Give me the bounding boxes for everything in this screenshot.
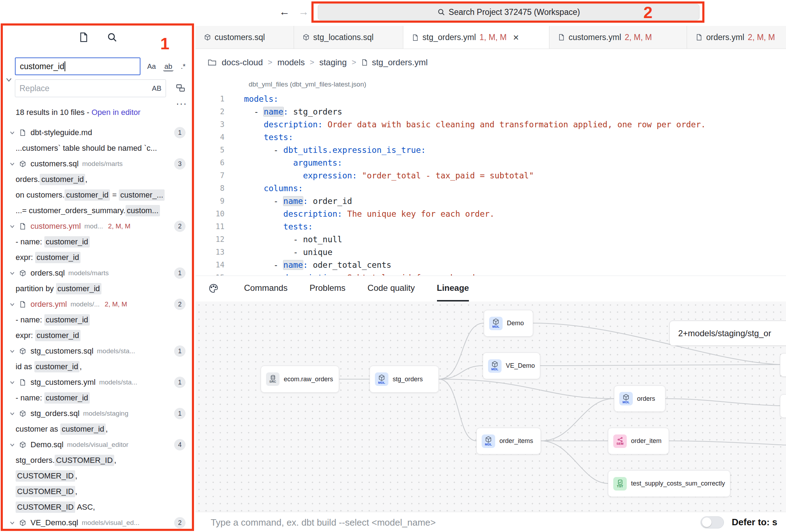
breadcrumb-item[interactable]: models	[277, 57, 305, 67]
tab-label: stg_locations.sql	[313, 33, 373, 42]
match-row[interactable]: ...customers` table should be named `c..…	[0, 140, 195, 156]
lineage-canvas[interactable]: 2+models/staging/stg_or SRCecom.raw_orde…	[195, 301, 786, 512]
node-label: test_supply_costs_sum_correctly	[631, 480, 725, 487]
chevron-down-icon[interactable]	[9, 442, 16, 448]
lineage-node-partial[interactable]	[780, 394, 786, 418]
chevron-down-icon[interactable]	[9, 379, 16, 386]
tab-customers.yml[interactable]: customers.yml2, M, M	[549, 26, 687, 49]
chevron-down-icon[interactable]	[9, 223, 16, 229]
match-row[interactable]: partition by customer_id	[0, 281, 195, 297]
command-input[interactable]: Type a command, ex. dbt build --select <…	[211, 517, 436, 528]
panel-tab-problems[interactable]: Problems	[310, 276, 345, 301]
back-arrow-icon[interactable]: ←	[279, 6, 290, 18]
replace-toggle-chevron-icon[interactable]	[5, 76, 13, 85]
code-line: 2 - name: stg_orders	[195, 105, 786, 118]
lineage-filter-input[interactable]: 2+models/staging/stg_or	[669, 321, 786, 346]
file-result-row[interactable]: customers.ymlmod...2, M, M2	[0, 218, 195, 234]
panel-tab-commands[interactable]: Commands	[244, 276, 288, 301]
match-row[interactable]: expr: customer_id	[0, 328, 195, 343]
lineage-node-Demo[interactable]: MDLDemo	[484, 310, 533, 337]
line-number: 11	[195, 220, 225, 233]
match-row[interactable]: - name: customer_id	[0, 234, 195, 250]
lineage-node-order_item[interactable]: SEMorder_item	[608, 428, 669, 454]
code-line: 3 description: Order data with basic cle…	[195, 118, 786, 131]
match-row[interactable]: orders.customer_id,	[0, 172, 195, 187]
match-row[interactable]: - name: customer_id	[0, 312, 195, 328]
match-row[interactable]: on customers.customer_id = customer_...	[0, 187, 195, 203]
file-result-row[interactable]: stg_orders.sqlmodels/staging1	[0, 406, 195, 421]
match-row[interactable]: id as customer_id,	[0, 359, 195, 375]
match-row[interactable]: CUSTOMER_ID,	[0, 468, 195, 484]
lineage-node-order_items[interactable]: MDLorder_items	[476, 428, 541, 454]
tab-stg_orders.yml[interactable]: stg_orders.yml1, M, M×	[403, 26, 549, 49]
lineage-node-VE_Demo[interactable]: MDLVE_Demo	[483, 353, 540, 379]
defer-toggle[interactable]	[701, 516, 724, 528]
replace-all-icon[interactable]	[176, 84, 185, 94]
file-result-row[interactable]: stg_customers.ymlmodels/sta...1	[0, 375, 195, 390]
match-case-toggle[interactable]: Aa	[146, 62, 157, 71]
search-input[interactable]: customer_id	[15, 57, 140, 75]
replace-input[interactable]: Replace AB	[15, 79, 166, 97]
file-result-row[interactable]: customers.sqlmodels/marts3	[0, 156, 195, 172]
file-result-row[interactable]: orders.sqlmodels/marts1	[0, 265, 195, 281]
chevron-down-icon[interactable]	[9, 161, 16, 167]
chevron-down-icon[interactable]	[9, 520, 16, 526]
file-result-row[interactable]: VE_Demo.sqlmodels/visual_ed...2	[0, 515, 195, 531]
open-in-editor-link[interactable]: Open in editor	[92, 108, 140, 117]
breadcrumb-item[interactable]: docs-cloud	[222, 57, 263, 67]
match-row[interactable]: stg_orders.CUSTOMER_ID,	[0, 453, 195, 468]
match-row[interactable]: CUSTOMER_ID ASC,	[0, 499, 195, 515]
match-count-badge: 2	[174, 221, 186, 232]
file-result-row[interactable]: orders.ymlmodels/...2, M, M2	[0, 297, 195, 312]
close-icon[interactable]: ×	[513, 33, 519, 43]
node-label: Demo	[507, 320, 524, 327]
forward-arrow-icon[interactable]: →	[298, 6, 309, 18]
replace-row: Replace AB	[15, 79, 195, 97]
file-result-row[interactable]: Demo.sqlmodels/visual_editor4	[0, 437, 195, 453]
palette-icon[interactable]	[208, 283, 219, 295]
more-actions-icon[interactable]: ···	[176, 98, 187, 109]
lineage-node-stg_orders[interactable]: MDLstg_orders	[370, 366, 439, 393]
breadcrumb-file[interactable]: stg_orders.yml	[361, 57, 427, 67]
file-name: orders.yml	[31, 300, 67, 309]
preserve-case-toggle[interactable]: AB	[152, 84, 161, 93]
lineage-node-orders[interactable]: MDLorders	[614, 386, 665, 412]
chevron-down-icon[interactable]	[9, 411, 16, 417]
match-row[interactable]: CUSTOMER_ID,	[0, 484, 195, 499]
node-label: order_item	[631, 437, 662, 445]
chevron-down-icon[interactable]	[9, 130, 16, 136]
lineage-node-test_supply_costs_sum_correctly[interactable]: TSTtest_supply_costs_sum_correctly	[608, 470, 730, 497]
yaml-schema-note: dbt_yml_files (dbt_yml_files-latest.json…	[249, 81, 366, 88]
breadcrumb-item[interactable]: staging	[319, 57, 347, 67]
panel-tab-lineage[interactable]: Lineage	[437, 276, 469, 301]
file-icon[interactable]	[78, 31, 90, 43]
lineage-node-ecom.raw_orders[interactable]: SRCecom.raw_orders	[261, 366, 339, 393]
panel-tab-code-quality[interactable]: Code quality	[367, 276, 415, 301]
file-result-row[interactable]: stg_customers.sqlmodels/sta...1	[0, 343, 195, 359]
file-result-row[interactable]: dbt-styleguide.md1	[0, 125, 195, 140]
lineage-node-partial[interactable]	[780, 353, 786, 377]
match-row[interactable]: ...= customer_orders_summary.custom...	[0, 203, 195, 218]
match-row[interactable]: expr: customer_id	[0, 250, 195, 265]
tab-customers.sql[interactable]: customers.sql	[195, 26, 294, 49]
tab-orders.yml[interactable]: orders.yml2, M, M	[687, 26, 786, 49]
file-name: orders.sql	[31, 268, 65, 278]
semantic-icon: SEM	[613, 434, 627, 448]
match-row[interactable]: customer as customer_id,	[0, 421, 195, 437]
regex-toggle[interactable]: .*	[180, 62, 187, 71]
test-icon: TST	[613, 477, 627, 491]
folder-icon	[207, 59, 217, 66]
project-search-bar[interactable]: Search Project 372475 (Workspace)	[318, 4, 699, 20]
tab-stg_locations.sql[interactable]: stg_locations.sql	[294, 26, 403, 49]
search-icon[interactable]	[106, 31, 118, 43]
search-results: dbt-styleguide.md1...customers` table sh…	[0, 125, 195, 531]
code-editor[interactable]: dbt_yml_files (dbt_yml_files-latest.json…	[195, 76, 786, 276]
chevron-down-icon[interactable]	[9, 301, 16, 307]
whole-word-toggle[interactable]: ab	[163, 62, 173, 71]
node-label: stg_orders	[393, 376, 423, 383]
chevron-down-icon[interactable]	[9, 270, 16, 276]
chevron-down-icon[interactable]	[9, 348, 16, 354]
file-path: mod...	[84, 222, 103, 230]
search-sidebar: customer_id Aa ab .* Replace AB ··· 18 r…	[0, 0, 196, 532]
match-row[interactable]: - name: customer_id	[0, 390, 195, 406]
